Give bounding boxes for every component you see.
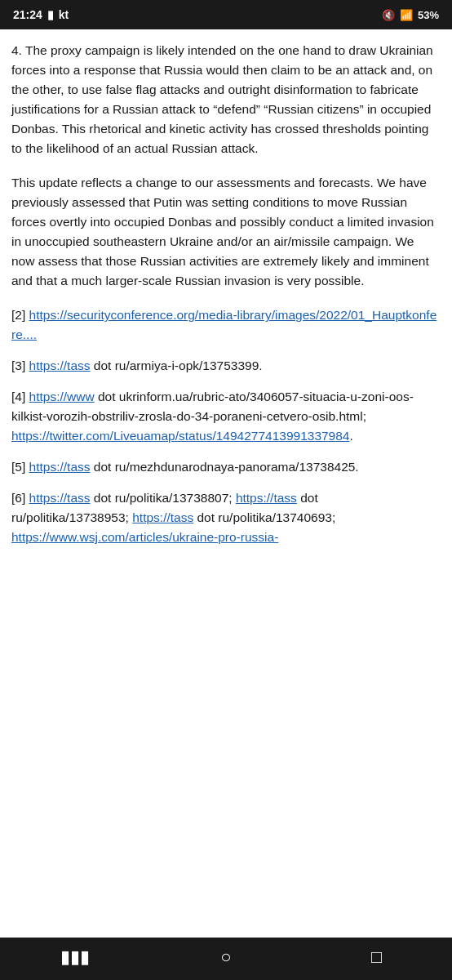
ref6-suffix1: dot ru/politika/13738807;: [91, 491, 236, 505]
paragraph-1: 4. The proxy campaign is likely intended…: [11, 41, 441, 158]
ref6-link1[interactable]: https://tass: [29, 491, 91, 505]
ref4-suffix2: .: [349, 429, 352, 443]
ref6-suffix3: dot ru/politika/13740693;: [193, 510, 335, 524]
paragraph-2: This update reflects a change to our ass…: [11, 173, 441, 291]
carrier: kt: [59, 8, 69, 21]
ref3-prefix: [3]: [11, 359, 29, 372]
ref4-link1[interactable]: https://www: [29, 390, 95, 403]
time: 21:24: [13, 8, 42, 21]
reference-4: [4] https://www dot ukrinform.ua/rubric-…: [11, 387, 441, 446]
ref5-link[interactable]: https://tass: [29, 460, 91, 474]
wifi-icon: 📶: [400, 9, 413, 21]
reference-2: [2] https://securityconference.org/media…: [11, 305, 441, 345]
ref6-link2[interactable]: https://tass: [236, 491, 297, 505]
reference-5: [5] https://tass dot ru/mezhdunarodnaya-…: [11, 457, 441, 477]
ref2-prefix: [2]: [11, 308, 29, 322]
ref6-link4[interactable]: https://www.wsj.com/articles/ukraine-pro…: [11, 530, 278, 544]
content-area: 4. The proxy campaign is likely intended…: [0, 29, 452, 938]
ref3-link[interactable]: https://tass: [29, 359, 91, 372]
battery: 53%: [418, 9, 439, 21]
sim-icon: ▮: [47, 8, 54, 21]
ref4-prefix: [4]: [11, 390, 29, 403]
bottom-nav: ▮▮▮ ○ □: [0, 938, 452, 980]
ref5-prefix: [5]: [11, 460, 29, 474]
ref6-link3[interactable]: https://tass: [132, 510, 193, 524]
back-button[interactable]: ▮▮▮: [51, 942, 100, 972]
ref2-link[interactable]: https://securityconference.org/media-lib…: [11, 308, 436, 341]
ref3-suffix: dot ru/armiya-i-opk/13753399.: [91, 359, 263, 372]
ref6-prefix: [6]: [11, 491, 29, 505]
status-right: 🔇 📶 53%: [382, 9, 439, 21]
ref4-link2[interactable]: https://twitter.com/Liveuamap/status/149…: [11, 429, 349, 443]
recent-button[interactable]: □: [352, 942, 401, 972]
ref5-suffix: dot ru/mezhdunarodnaya-panorama/13738425…: [91, 460, 359, 474]
reference-3: [3] https://tass dot ru/armiya-i-opk/137…: [11, 356, 441, 376]
mute-icon: 🔇: [382, 9, 395, 21]
home-button[interactable]: ○: [202, 942, 250, 972]
status-bar: 21:24 ▮ kt 🔇 📶 53%: [0, 0, 452, 29]
status-left: 21:24 ▮ kt: [13, 8, 69, 21]
reference-6: [6] https://tass dot ru/politika/1373880…: [11, 488, 441, 547]
